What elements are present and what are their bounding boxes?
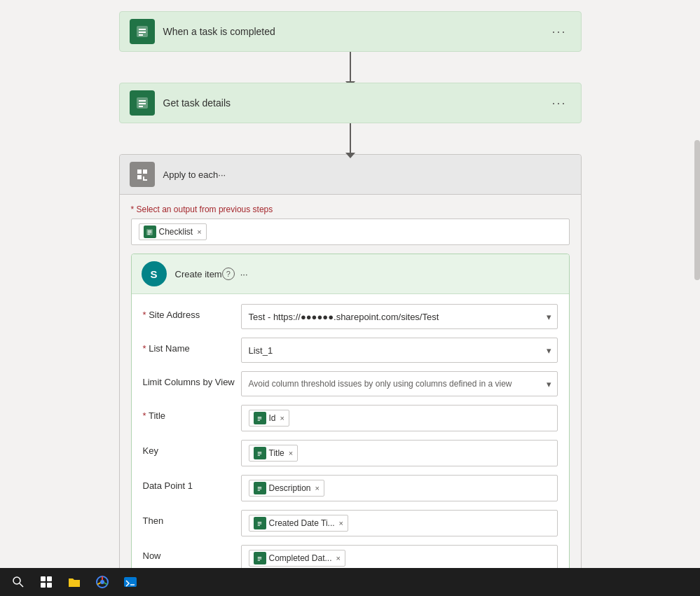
title-field-label: Title: [143, 405, 241, 421]
search-taskbar-button[interactable]: [6, 569, 31, 595]
now-token-close[interactable]: ×: [336, 554, 341, 562]
data-point-1-token-icon: [254, 482, 266, 494]
title-field[interactable]: Id ×: [241, 405, 558, 431]
svg-point-10: [100, 580, 104, 584]
site-address-label: Site Address: [143, 304, 241, 320]
svg-line-13: [97, 583, 100, 585]
then-token-label: Created Date Ti...: [269, 518, 335, 528]
then-label: Then: [143, 510, 241, 526]
site-address-row: Site Address Test - https://●●●●●●.share…: [143, 304, 558, 329]
data-point-1-label: Data Point 1: [143, 475, 241, 491]
sharepoint-icon: S: [142, 261, 167, 286]
create-item-more-button[interactable]: ···: [240, 269, 248, 279]
trigger-more-button[interactable]: ···: [547, 23, 570, 41]
now-token-icon: [254, 552, 266, 564]
get-task-more-button[interactable]: ···: [547, 95, 570, 112]
scrollbar[interactable]: [694, 140, 700, 280]
site-address-value: Test - https://●●●●●●.sharepoint.com/sit…: [249, 312, 550, 322]
checklist-token-icon: [144, 226, 156, 238]
key-token: Title ×: [249, 445, 298, 462]
key-row: Key Title ×: [143, 440, 558, 466]
connector-1: [350, 52, 351, 83]
then-token: Created Date Ti... ×: [249, 515, 348, 532]
apply-each-block: Apply to each ··· * Select an output fro…: [119, 154, 582, 596]
now-token-label: Completed Dat...: [269, 553, 332, 563]
limit-columns-dropdown-arrow: ▾: [547, 379, 551, 389]
limit-columns-placeholder: Avoid column threshold issues by only us…: [249, 379, 550, 389]
list-name-value: List_1: [249, 345, 550, 356]
svg-rect-14: [124, 577, 137, 587]
then-token-close[interactable]: ×: [339, 519, 343, 527]
site-address-field[interactable]: Test - https://●●●●●●.sharepoint.com/sit…: [241, 304, 558, 329]
svg-rect-8: [47, 583, 52, 588]
key-field[interactable]: Title ×: [241, 440, 558, 466]
svg-line-4: [20, 583, 23, 587]
then-token-icon: [254, 517, 266, 529]
key-token-close[interactable]: ×: [289, 449, 293, 457]
data-point-1-field[interactable]: Description ×: [241, 475, 558, 501]
limit-columns-field[interactable]: Avoid column threshold issues by only us…: [241, 371, 558, 396]
svg-line-12: [104, 583, 107, 585]
data-point-1-token: Description ×: [249, 480, 324, 497]
title-token: Id ×: [249, 410, 289, 427]
then-row: Then Created Date Ti... ×: [143, 510, 558, 536]
taskbar: [0, 568, 700, 596]
svg-rect-5: [41, 576, 46, 581]
list-name-dropdown-arrow: ▾: [547, 345, 551, 356]
svg-point-3: [13, 577, 20, 584]
trigger-icon: [130, 19, 155, 44]
title-token-label: Id: [269, 413, 276, 423]
get-task-block: Get task details ···: [119, 83, 582, 123]
create-item-title: Create item: [175, 269, 222, 279]
checklist-input-field[interactable]: Checklist ×: [131, 219, 570, 245]
svg-rect-7: [41, 583, 46, 588]
apply-each-header: Apply to each ···: [120, 155, 581, 195]
apply-each-body: * Select an output from previous steps C…: [120, 195, 581, 596]
apply-each-icon: [130, 162, 155, 187]
get-task-title: Get task details: [163, 97, 548, 109]
get-task-icon: [130, 90, 155, 116]
then-field[interactable]: Created Date Ti... ×: [241, 510, 558, 536]
data-point-1-token-close[interactable]: ×: [315, 484, 320, 492]
title-token-close[interactable]: ×: [280, 414, 284, 422]
file-explorer-taskbar-button[interactable]: [62, 569, 87, 595]
select-output-label: * Select an output from previous steps: [131, 205, 570, 214]
data-point-1-row: Data Point 1 Description ×: [143, 475, 558, 501]
data-point-1-token-label: Description: [269, 483, 311, 493]
connector-2: [350, 123, 351, 154]
task-view-taskbar-button[interactable]: [34, 569, 59, 595]
now-token: Completed Dat... ×: [249, 550, 345, 567]
limit-columns-label: Limit Columns by View: [143, 371, 241, 387]
trigger-block: When a task is completed ···: [119, 11, 582, 52]
now-label: Now: [143, 545, 241, 561]
limit-columns-row: Limit Columns by View Avoid column thres…: [143, 371, 558, 396]
title-token-icon: [254, 412, 266, 424]
title-row: Title Id ×: [143, 405, 558, 431]
checklist-token-close[interactable]: ×: [197, 228, 201, 236]
trigger-title: When a task is completed: [163, 26, 548, 37]
chrome-taskbar-button[interactable]: [90, 569, 115, 595]
create-item-header: S Create item ? ···: [132, 254, 569, 294]
svg-rect-6: [47, 576, 52, 581]
create-item-body: Site Address Test - https://●●●●●●.share…: [132, 294, 569, 596]
create-item-help-button[interactable]: ?: [222, 268, 235, 280]
key-token-icon: [254, 447, 266, 459]
key-label: Key: [143, 440, 241, 456]
list-name-field[interactable]: List_1 ▾: [241, 338, 558, 363]
list-name-row: List Name List_1 ▾: [143, 338, 558, 363]
terminal-taskbar-button[interactable]: [118, 569, 143, 595]
checklist-token-label: Checklist: [159, 227, 193, 237]
site-address-dropdown-arrow: ▾: [547, 312, 551, 322]
apply-each-title: Apply to each: [163, 169, 219, 180]
key-token-label: Title: [269, 448, 284, 458]
list-name-label: List Name: [143, 338, 241, 354]
checklist-token: Checklist ×: [139, 223, 207, 240]
create-item-block: S Create item ? ··· Site Address Test - …: [131, 254, 570, 596]
apply-each-more-button[interactable]: ···: [218, 169, 226, 180]
